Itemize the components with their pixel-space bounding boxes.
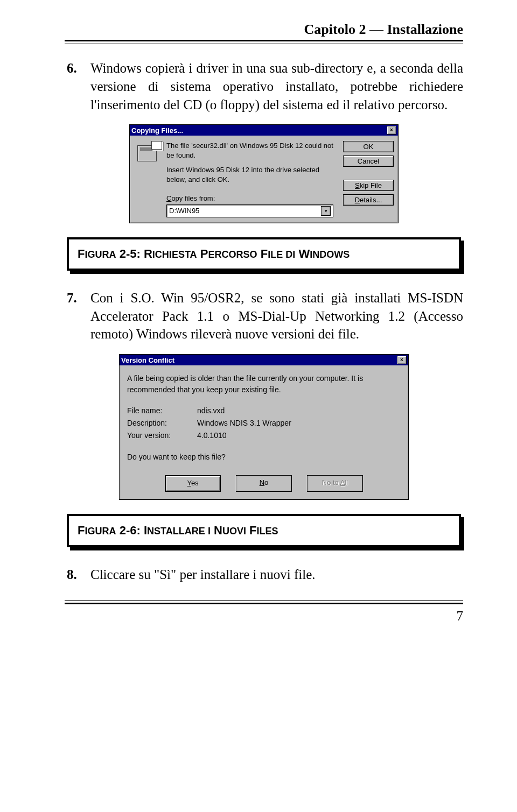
yes-button[interactable]: YesYes xyxy=(165,475,221,492)
copy-from-input[interactable]: D:\WIN95 ▾ xyxy=(166,204,333,217)
dialog-button-column: OK Cancel Skip FileSkip File Details...D… xyxy=(343,141,394,217)
description-label: Description: xyxy=(127,418,197,428)
list-body: Windows copierà i driver in una sua sub-… xyxy=(90,59,463,114)
list-body: Con i S.O. Win 95/OSR2, se sono stati gi… xyxy=(90,289,463,343)
dialog-button-row: YesYes NoNo No to AllNo to All xyxy=(127,475,401,492)
list-body: Cliccare su "Sì" per installare i nuovi … xyxy=(90,566,463,584)
page-number: 7 xyxy=(65,609,463,624)
dialog-version-conflict: Version Conflict × A file being copied i… xyxy=(119,354,409,500)
dialog-copying-files: Copying Files... × The file 'secur32.dll… xyxy=(129,124,399,223)
list-number: 8. xyxy=(67,566,90,584)
cancel-button[interactable]: Cancel xyxy=(343,156,394,167)
version-value: 4.0.1010 xyxy=(197,430,227,441)
dialog-question: Do you want to keep this file? xyxy=(127,451,401,462)
description-value: Windows NDIS 3.1 Wrapper xyxy=(197,418,291,428)
list-number: 6. xyxy=(67,59,90,114)
list-item-8: 8. Cliccare su "Sì" per installare i nuo… xyxy=(67,566,463,584)
skip-file-button[interactable]: Skip FileSkip File xyxy=(343,180,394,191)
filename-label: File name: xyxy=(127,405,197,416)
no-button[interactable]: NoNo xyxy=(236,475,292,492)
copy-from-label: CCopy files from:opy files from: xyxy=(166,194,339,203)
list-item-6: 6. Windows copierà i driver in una sua s… xyxy=(67,59,463,114)
dialog-message: The file 'secur32.dll' on Windows 95 Dis… xyxy=(166,141,343,217)
version-label: Your version: xyxy=(127,430,197,441)
no-to-all-button: No to AllNo to All xyxy=(307,475,363,492)
details-button[interactable]: Details...Details... xyxy=(343,194,394,206)
figure-caption-2-6: FIGURA 2-6: INSTALLARE I NUOVI FILES xyxy=(67,514,461,547)
close-icon[interactable]: × xyxy=(397,356,407,364)
ok-button[interactable]: OK xyxy=(343,141,394,152)
list-number: 7. xyxy=(67,289,90,343)
figure-caption-2-5: FIGURA 2-5: RICHIESTA PERCORSO FILE DI W… xyxy=(67,237,461,271)
header-rule xyxy=(65,40,463,44)
filename-value: ndis.vxd xyxy=(197,405,225,416)
dialog-intro-text: A file being copied is older than the fi… xyxy=(127,373,401,395)
chevron-down-icon[interactable]: ▾ xyxy=(321,206,331,216)
dialog-title: Copying Files... xyxy=(131,126,183,135)
list-item-7: 7. Con i S.O. Win 95/OSR2, se sono stati… xyxy=(67,289,463,343)
footer-rule xyxy=(65,600,463,604)
page-header: Capitolo 2 — Installazione xyxy=(65,22,463,38)
dialog-titlebar: Copying Files... × xyxy=(130,125,398,136)
dialog-titlebar: Version Conflict × xyxy=(120,355,408,365)
floppy-disk-icon xyxy=(135,142,161,165)
dialog-line1: The file 'secur32.dll' on Windows 95 Dis… xyxy=(166,141,339,160)
dialog-line2: Insert Windows 95 Disk 12 into the drive… xyxy=(166,165,339,184)
version-row: Your version: 4.0.1010 xyxy=(127,430,401,441)
dialog-title: Version Conflict xyxy=(121,356,174,364)
filename-row: File name: ndis.vxd xyxy=(127,405,401,416)
copy-from-value: D:\WIN95 xyxy=(169,206,199,216)
description-row: Description: Windows NDIS 3.1 Wrapper xyxy=(127,418,401,428)
close-icon[interactable]: × xyxy=(387,126,396,135)
